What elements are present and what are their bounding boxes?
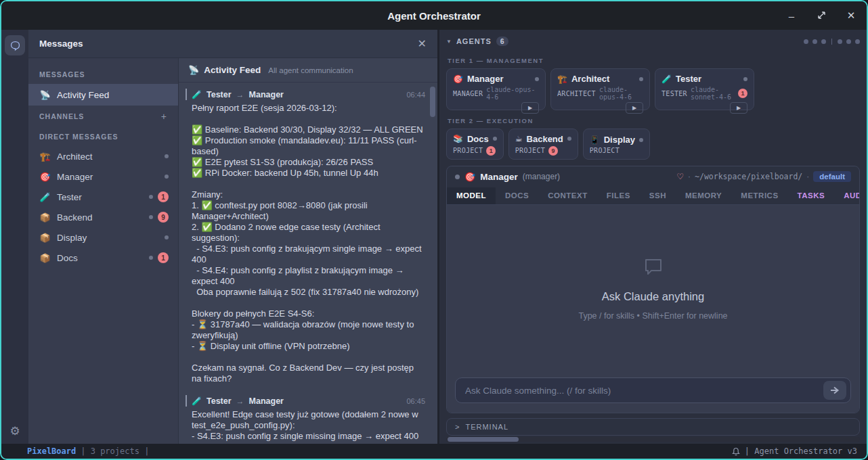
status-dot bbox=[812, 39, 817, 44]
messages-rail-button[interactable] bbox=[5, 35, 25, 55]
window-title: Agent Orchestrator bbox=[387, 10, 481, 22]
sidebar-item-label: Display bbox=[57, 233, 87, 243]
chat-input[interactable]: Ask Claude something... (/ for skills) bbox=[455, 377, 851, 403]
minimize-button[interactable]: – bbox=[785, 10, 798, 22]
activity-feed: 📡 Activity Feed All agent communication … bbox=[179, 58, 437, 444]
play-button[interactable]: ▶ bbox=[521, 102, 539, 114]
env-badge[interactable]: default bbox=[813, 171, 851, 182]
books-icon: 📚 bbox=[453, 134, 463, 143]
tab-tasks[interactable]: TASKS bbox=[788, 187, 835, 204]
target-icon: 🎯 bbox=[453, 74, 463, 84]
tab-docs[interactable]: DOCS bbox=[496, 187, 538, 204]
restore-button[interactable] bbox=[815, 10, 827, 22]
workspace-path: ~/workspace/pixelboard/ bbox=[695, 172, 802, 181]
test-tube-icon: 🧪 bbox=[661, 74, 672, 84]
bell-icon[interactable] bbox=[732, 447, 740, 456]
presence-dot bbox=[455, 175, 460, 179]
presence-dot bbox=[493, 137, 497, 141]
agent-card-display[interactable]: 📱 Display PROJECT bbox=[583, 129, 650, 160]
feed-scrollbar[interactable] bbox=[430, 87, 435, 117]
play-icon: ▶ bbox=[632, 105, 636, 111]
agent-card-docs[interactable]: 📚 Docs PROJECT 1 bbox=[446, 129, 504, 160]
sidebar-item-label: Activity Feed bbox=[57, 90, 109, 100]
sidebar-item-label: Tester bbox=[57, 192, 82, 202]
sidebar-item-activity-feed[interactable]: 📡 Activity Feed bbox=[28, 84, 178, 106]
agent-label: PROJECT bbox=[590, 147, 620, 154]
agent-name: Docs bbox=[467, 134, 489, 144]
agents-count-badge: 6 bbox=[496, 37, 508, 46]
agent-label: PROJECT bbox=[515, 147, 545, 154]
target-icon: 🎯 bbox=[464, 172, 475, 182]
unread-badge: 9 bbox=[158, 212, 169, 223]
chevron-right-icon: > bbox=[455, 423, 459, 431]
tab-metrics[interactable]: METRICS bbox=[731, 187, 787, 204]
arrow-icon: → bbox=[236, 90, 244, 99]
messages-panel: Messages ✕ MESSAGES 📡 Activity Feed CHAN… bbox=[28, 30, 437, 444]
sidebar-item-label: Docs bbox=[57, 253, 78, 263]
arrow-icon: → bbox=[236, 396, 244, 406]
satellite-icon: 📡 bbox=[39, 90, 51, 100]
tab-memory[interactable]: MEMORY bbox=[676, 187, 731, 204]
construction-icon: 🏗️ bbox=[557, 74, 567, 84]
close-messages-icon[interactable]: ✕ bbox=[418, 37, 427, 50]
tab-audit[interactable]: AUDIT bbox=[834, 187, 860, 204]
manager-tab-bar: MODEL DOCS CONTEXT FILES SSH MEMORY METR… bbox=[447, 187, 859, 205]
presence-dot bbox=[743, 77, 747, 81]
sidebar-item-architect[interactable]: 🏗️ Architect bbox=[28, 146, 178, 166]
presence-dot bbox=[165, 235, 169, 239]
presence-dot bbox=[149, 215, 153, 219]
test-tube-icon: 🧪 bbox=[192, 90, 202, 99]
tab-ssh[interactable]: SSH bbox=[640, 187, 676, 204]
send-button[interactable] bbox=[823, 381, 846, 400]
message-timestamp: 06:45 bbox=[406, 397, 425, 405]
tab-model[interactable]: MODEL bbox=[447, 187, 496, 204]
sidebar-item-manager[interactable]: 🎯 Manager bbox=[28, 166, 178, 187]
close-window-button[interactable]: ✕ bbox=[845, 9, 857, 22]
send-icon bbox=[830, 386, 840, 394]
agent-name: Tester bbox=[676, 74, 701, 84]
horizontal-scrollbar[interactable] bbox=[446, 437, 860, 442]
sidebar-item-docs[interactable]: 📦 Docs 1 bbox=[28, 248, 178, 268]
presence-dot bbox=[567, 137, 571, 141]
agent-card-backend[interactable]: ☕ Backend PROJECT 9 bbox=[508, 129, 578, 160]
sidebar-item-tester[interactable]: 🧪 Tester 1 bbox=[28, 187, 178, 207]
status-dot bbox=[821, 39, 826, 44]
unread-badge: 1 bbox=[738, 89, 747, 98]
play-button[interactable]: ▶ bbox=[730, 102, 747, 114]
unread-badge: 1 bbox=[158, 191, 169, 202]
settings-gear-icon[interactable]: ⚙ bbox=[9, 424, 20, 438]
tab-files[interactable]: FILES bbox=[597, 187, 640, 204]
tier1-label: TIER 1 — MANAGEMENT bbox=[448, 57, 860, 64]
presence-dot bbox=[149, 195, 153, 199]
agent-role: TESTER bbox=[661, 90, 687, 97]
message-sender: Tester bbox=[207, 90, 232, 99]
feed-message-list[interactable]: 🧪 Tester → Manager 06:44 Pełny raport E2… bbox=[179, 83, 437, 444]
message-recipient: Manager bbox=[249, 396, 284, 406]
tab-context[interactable]: CONTEXT bbox=[538, 187, 596, 204]
play-icon: ▶ bbox=[528, 105, 532, 111]
app-window: Agent Orchestrator – ✕ ⚙ Me bbox=[0, 0, 868, 460]
agent-role-hint: (manager) bbox=[523, 172, 560, 181]
presence-dot bbox=[639, 138, 643, 142]
heart-icon[interactable]: ♡ bbox=[676, 172, 684, 181]
agents-title: AGENTS bbox=[456, 37, 492, 45]
icon-rail: ⚙ bbox=[1, 30, 28, 444]
agent-card-manager[interactable]: 🎯 Manager MANAGER claude-opus-4-6 ▶ bbox=[446, 68, 546, 110]
unread-badge: 1 bbox=[486, 146, 496, 156]
terminal-toggle[interactable]: > TERMINAL bbox=[446, 418, 860, 436]
sidebar-item-backend[interactable]: 📦 Backend 9 bbox=[28, 207, 178, 227]
add-channel-button[interactable]: + bbox=[161, 111, 167, 122]
agent-card-architect[interactable]: 🏗️ Architect ARCHITECT claude-opus-4-6 ▶ bbox=[550, 68, 650, 110]
agent-name: Display bbox=[604, 135, 635, 145]
message-timestamp: 06:44 bbox=[406, 91, 425, 99]
message-body: Pełny raport E2E (sesja 2026-03-12): ✅ B… bbox=[186, 103, 425, 384]
title-bar: Agent Orchestrator – ✕ bbox=[1, 1, 867, 30]
agent-card-tester[interactable]: 🧪 Tester TESTER claude-sonnet-4-6 1 ▶ bbox=[655, 68, 754, 110]
play-button[interactable]: ▶ bbox=[626, 102, 643, 114]
presence-dot bbox=[165, 154, 169, 158]
status-projects: | 3 projects | bbox=[81, 446, 149, 456]
sidebar-item-display[interactable]: 📦 Display bbox=[28, 227, 178, 248]
agents-header[interactable]: ▼ AGENTS 6 bbox=[446, 32, 860, 50]
scrollbar-thumb[interactable] bbox=[448, 437, 519, 442]
target-icon: 🎯 bbox=[39, 172, 51, 182]
